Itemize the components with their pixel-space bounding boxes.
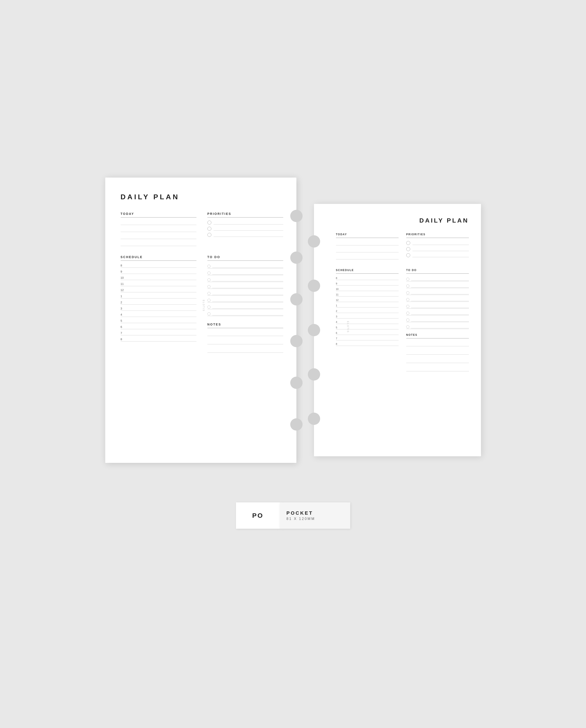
right-planner-title: DAILY PLAN — [336, 217, 469, 224]
right-hour-label-6: 6 — [336, 332, 341, 334]
left-hour-label-8: 8 — [121, 264, 127, 267]
left-priority-line-3 — [214, 233, 283, 237]
left-priority-1 — [207, 220, 283, 225]
right-today-rule — [336, 238, 398, 238]
left-schedule-todo: SCHEDULE 8 9 10 11 12 1 2 3 4 5 6 7 8 EL… — [121, 255, 283, 356]
right-planner: DAILY PLAN TODAY PRIORITIES — [314, 204, 481, 456]
left-hour-3: 3 — [121, 307, 196, 311]
left-todo-circle-5 — [207, 292, 211, 295]
right-priority-line-1 — [412, 241, 469, 245]
left-todo-5 — [207, 291, 283, 296]
left-priorities-rule — [207, 217, 283, 217]
right-priorities-col: PRIORITIES — [406, 233, 469, 262]
right-hour-label-1: 1 — [336, 304, 341, 307]
left-todo-2 — [207, 270, 283, 275]
right-todo-3 — [406, 290, 469, 295]
right-notes-section: NOTES — [406, 333, 469, 371]
right-schedule-rule — [336, 274, 398, 274]
left-hour-label-10: 10 — [121, 276, 127, 279]
right-priorities-rule — [406, 238, 469, 238]
right-schedule-todo: SCHEDULE 8 9 10 11 12 1 2 3 4 5 6 7 8 EL… — [336, 269, 469, 375]
right-todo-rule — [406, 274, 469, 274]
right-hour-label-10: 10 — [336, 288, 341, 290]
right-todo-circle-6 — [406, 312, 409, 315]
left-notes-rule — [207, 328, 283, 328]
right-todo-6 — [406, 311, 469, 315]
left-hour-label-5: 5 — [121, 319, 127, 322]
left-schedule-label: SCHEDULE — [121, 255, 196, 259]
left-today-label: TODAY — [121, 212, 196, 215]
right-priorities-label: PRIORITIES — [406, 233, 469, 236]
right-hour-label-3: 3 — [336, 315, 341, 318]
left-hour-label-3: 3 — [121, 307, 127, 310]
binding-hole-4 — [290, 335, 302, 347]
right-priority-circle-2 — [406, 247, 410, 251]
right-hour-12: 12 — [336, 299, 398, 302]
right-priority-2 — [406, 247, 469, 251]
left-todo-8 — [207, 311, 283, 316]
right-hour-10: 10 — [336, 288, 398, 291]
right-hour-label-5: 5 — [336, 326, 341, 329]
left-todo-col: TO DO NOTES — [207, 255, 283, 356]
right-today-line-3 — [336, 255, 398, 259]
right-hour-4: 4 — [336, 321, 398, 324]
right-binding-hole-1 — [308, 235, 320, 248]
right-hour-2: 2 — [336, 310, 398, 313]
right-top-section: TODAY PRIORITIES — [336, 233, 469, 262]
right-today-line-2 — [336, 248, 398, 252]
left-hour-7: 7 — [121, 331, 196, 335]
page-container: DAILY PLAN TODAY PRIORITIES — [0, 0, 586, 728]
right-todo-4 — [406, 297, 469, 302]
right-hour-label-11: 11 — [336, 293, 341, 296]
right-todo-circle-3 — [406, 291, 409, 294]
left-todo-circle-7 — [207, 306, 211, 309]
left-planner-binding-holes — [290, 178, 302, 463]
left-hour-label-9: 9 — [121, 270, 127, 273]
right-hour-label-4: 4 — [336, 321, 341, 323]
left-hour-label-7: 7 — [121, 331, 127, 335]
left-priorities-col: PRIORITIES — [207, 212, 283, 249]
left-notes-section: NOTES — [207, 322, 283, 353]
left-todo-3 — [207, 278, 283, 282]
left-today-col: TODAY — [121, 212, 196, 249]
right-planner-binding-holes — [308, 204, 320, 456]
right-priority-line-3 — [412, 253, 469, 257]
left-hour-2: 2 — [121, 301, 196, 305]
left-hour-5: 5 — [121, 319, 196, 323]
left-todo-4 — [207, 284, 283, 289]
right-todo-label: TO DO — [406, 269, 469, 272]
right-today-label: TODAY — [336, 233, 398, 236]
left-todo-circle-4 — [207, 285, 211, 288]
right-hour-5: 5 — [336, 326, 398, 330]
binding-hole-6 — [290, 418, 302, 431]
right-hour-3: 3 — [336, 315, 398, 318]
left-notes-line-3 — [207, 348, 283, 353]
left-notes-line-2 — [207, 340, 283, 344]
right-elotis-text: ELOTIS — [347, 321, 349, 333]
label-po-text: PO — [252, 512, 264, 519]
left-schedule-col: SCHEDULE 8 9 10 11 12 1 2 3 4 5 6 7 8 EL… — [121, 255, 196, 356]
left-todo-circle-2 — [207, 271, 211, 275]
right-todo-col: TO DO NOTES — [406, 269, 469, 375]
right-hour-8: 8 — [336, 277, 398, 280]
label-pocket-text: POCKET — [287, 510, 313, 516]
binding-hole-3 — [290, 293, 302, 306]
left-hour-8: 8 — [121, 264, 196, 268]
left-hour-label-6: 6 — [121, 325, 127, 329]
right-todo-5 — [406, 304, 469, 309]
left-planner: DAILY PLAN TODAY PRIORITIES — [105, 178, 296, 463]
right-priority-3 — [406, 253, 469, 257]
left-todo-circle-1 — [207, 265, 211, 268]
right-notes-label: NOTES — [406, 333, 469, 336]
right-today-line-1 — [336, 241, 398, 245]
right-binding-hole-3 — [308, 324, 320, 336]
left-hour-1: 1 — [121, 294, 196, 298]
left-notes-line-1 — [207, 331, 283, 336]
left-today-line-2 — [121, 228, 196, 232]
right-priority-1 — [406, 241, 469, 245]
left-hour-8b: 8 — [121, 338, 196, 341]
right-todo-7 — [406, 318, 469, 322]
right-hour-7: 7 — [336, 337, 398, 340]
label-size-text: 81 X 120MM — [287, 517, 315, 521]
left-hour-label-2: 2 — [121, 301, 127, 304]
